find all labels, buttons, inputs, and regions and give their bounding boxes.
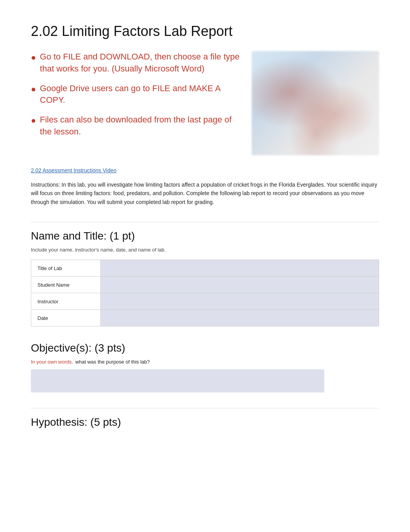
form-row: Title of Lab — [31, 260, 379, 277]
top-section: Go to FILE and DOWNLOAD, then choose a f… — [31, 51, 379, 155]
form-input-student-name[interactable] — [105, 282, 375, 288]
objectives-textarea[interactable] — [31, 369, 324, 393]
form-input-cell[interactable] — [101, 293, 379, 310]
form-row: Student Name — [31, 277, 379, 293]
form-input-title-of-lab[interactable] — [105, 265, 375, 271]
objectives-prompt-red: In your own words, — [31, 359, 73, 365]
form-label: Instructor — [31, 293, 101, 310]
page-title: 2.02 Limiting Factors Lab Report — [31, 23, 379, 39]
instruction-item: Go to FILE and DOWNLOAD, then choose a f… — [31, 51, 240, 75]
form-input-cell[interactable] — [101, 260, 379, 277]
form-label: Student Name — [31, 277, 101, 293]
name-title-heading: Name and Title: (1 pt) — [31, 230, 379, 242]
form-row: Date — [31, 310, 379, 326]
form-label: Title of Lab — [31, 260, 101, 277]
form-input-cell[interactable] — [101, 277, 379, 293]
hypothesis-section: Hypothesis: (5 pts) — [31, 416, 379, 428]
instruction-item: Google Drive users can go to FILE and MA… — [31, 83, 240, 107]
lab-thumbnail — [252, 51, 379, 155]
objectives-prompt: In your own words, what was the purpose … — [31, 359, 379, 365]
instructions-list: Go to FILE and DOWNLOAD, then choose a f… — [31, 51, 240, 155]
form-label: Date — [31, 310, 101, 326]
objectives-prompt-black: what was the purpose of this lab? — [75, 359, 150, 365]
objectives-heading: Objective(s): (3 pts) — [31, 342, 379, 354]
form-input-cell[interactable] — [101, 310, 379, 326]
form-input-date[interactable] — [105, 315, 375, 321]
name-title-section: Name and Title: (1 pt) Include your name… — [31, 230, 379, 326]
divider-1 — [31, 222, 379, 222]
hypothesis-heading: Hypothesis: (5 pts) — [31, 416, 379, 428]
form-input-instructor[interactable] — [105, 299, 375, 304]
instruction-item: Files can also be downloaded from the la… — [31, 114, 240, 138]
objectives-section: Objective(s): (3 pts) In your own words,… — [31, 342, 379, 393]
form-row: Instructor — [31, 293, 379, 310]
video-link[interactable]: 2.02 Assessment Instructions Video — [31, 167, 117, 173]
name-title-subtext: Include your name, instructor's name, da… — [31, 247, 379, 253]
name-title-table: Title of LabStudent NameInstructorDate — [31, 260, 379, 326]
instructions-paragraph: Instructions: In this lab, you will inve… — [31, 180, 379, 206]
divider-2 — [31, 408, 379, 408]
